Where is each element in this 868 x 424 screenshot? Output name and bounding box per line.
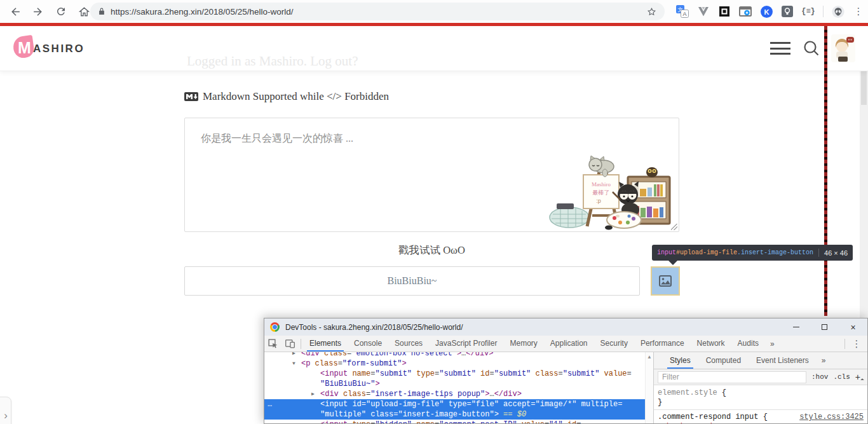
elements-tree-row[interactable]: <input name="submit" type="submit" id="s… — [264, 369, 653, 379]
elements-tree-row[interactable]: ▼<p class="form-submit"> — [264, 359, 653, 369]
code-token: "upload-img-file" — [366, 400, 444, 409]
devtools-tab-application[interactable]: Application — [544, 336, 594, 352]
styles-filter-input[interactable] — [658, 371, 806, 383]
tabbar-separator — [301, 339, 301, 349]
submit-comment-button[interactable]: BiuBiuBiu~ — [184, 266, 640, 296]
comment-textarea[interactable]: 你是我一生只会遇见一次的惊喜 ... Mashiro 最棒了 :p — [184, 118, 679, 232]
elements-tree-row[interactable]: ▶<div class="emotion-box no-select">…</d… — [264, 352, 653, 359]
code-token: id — [348, 400, 362, 409]
devtools-tab-network[interactable]: Network — [691, 336, 731, 352]
page-scrollbar[interactable] — [824, 26, 827, 316]
devtools-window: DevTools - sakura.2heng.xin/2018/05/25/h… — [264, 318, 868, 424]
minimize-icon — [793, 327, 799, 327]
elements-tree-row[interactable]: …<input id="upload-img-file" type="file"… — [264, 399, 653, 409]
qr-square-extension-icon[interactable] — [718, 5, 731, 18]
code-token: > — [402, 359, 406, 368]
sidebar-expand-toggle[interactable]: › — [0, 397, 11, 424]
code-token: class — [320, 352, 347, 358]
pseudo-state-toggle[interactable]: :hov — [811, 373, 828, 381]
code-token: class — [310, 359, 337, 368]
svg-text:K: K — [764, 8, 769, 15]
code-token: "comment_post_ID" — [439, 420, 517, 423]
elements-tree: ▶<div class="emotion-box no-select">…</d… — [264, 352, 653, 423]
address-bar[interactable]: https://sakura.2heng.xin/2018/05/25/hell… — [90, 3, 665, 20]
code-token: type — [348, 420, 370, 423]
devtools-tab-security[interactable]: Security — [594, 336, 634, 352]
upload-image-button[interactable] — [651, 266, 680, 296]
site-header: M ASHIRO — [0, 26, 868, 71]
code-token: > — [457, 352, 461, 358]
minimize-button[interactable] — [782, 318, 810, 336]
user-avatar[interactable] — [831, 34, 855, 62]
search-icon[interactable] — [801, 38, 822, 59]
devtools-menu-icon[interactable]: ⋮ — [851, 338, 862, 350]
url-text[interactable]: https://sakura.2heng.xin/2018/05/25/hell… — [111, 7, 646, 17]
textarea-resize-handle[interactable] — [671, 224, 677, 230]
k-extension-icon[interactable]: K — [760, 5, 773, 18]
emotion-toggle-text[interactable]: 戳我试试 OωO — [184, 243, 679, 257]
screenshot-extension-icon[interactable] — [739, 5, 752, 18]
menu-hamburger-icon[interactable] — [770, 40, 790, 57]
devtools-tab-console[interactable]: Console — [348, 336, 388, 352]
braces-extension-icon[interactable]: {≡} — [802, 5, 815, 18]
devtools-tab-performance[interactable]: Performance — [634, 336, 691, 352]
code-token: id — [563, 420, 577, 423]
back-icon[interactable] — [5, 1, 25, 22]
elements-tree-row[interactable]: <input type="hidden" name="comment_post_… — [264, 420, 653, 423]
browser-menu-icon[interactable]: ⋮ — [853, 6, 864, 17]
logged-in-status[interactable]: Logged in as Mashiro. Log out? — [187, 53, 358, 69]
new-style-rule-button[interactable]: + — [855, 372, 864, 382]
devtools-tab-memory[interactable]: Memory — [503, 336, 543, 352]
devtools-tab-sources[interactable]: Sources — [388, 336, 429, 352]
code-token: "hidden" — [375, 420, 412, 423]
tooltip-tag-name: input — [657, 249, 676, 256]
forward-icon[interactable] — [28, 1, 48, 22]
code-token: name — [348, 369, 370, 378]
device-toolbar-icon[interactable] — [281, 336, 299, 352]
row-ellipsis-icon[interactable]: … — [268, 399, 273, 409]
devtools-tab-javascript-profiler[interactable]: JavaScript Profiler — [429, 336, 503, 352]
code-token: <input — [320, 369, 348, 378]
close-button[interactable]: × — [839, 318, 867, 336]
comment-respond-rule[interactable]: .comment-respond input { style.css:3425 — [654, 409, 867, 422]
sidebar-tab-computed[interactable]: Computed — [698, 352, 749, 369]
disclosure-arrow-icon[interactable]: ▶ — [292, 352, 295, 359]
lightbulb-extension-icon[interactable] — [781, 5, 794, 18]
element-classes-toggle[interactable]: .cls — [833, 373, 850, 381]
reload-icon[interactable] — [51, 1, 71, 22]
elements-scrollbar[interactable]: ▲ — [645, 352, 653, 423]
code-token: <input — [320, 420, 348, 423]
code-token: value — [599, 369, 627, 378]
devtools-tab-elements[interactable]: Elements — [303, 336, 348, 352]
scroll-up-icon[interactable]: ▲ — [648, 354, 651, 360]
disclosure-arrow-icon[interactable]: ▼ — [292, 359, 295, 369]
devtools-tab-audits[interactable]: Audits — [731, 336, 765, 352]
sidebar-tab-styles[interactable]: Styles — [662, 352, 698, 369]
element-style-rule[interactable]: element.style { } — [654, 385, 867, 407]
site-logo[interactable]: M ASHIRO — [13, 35, 102, 63]
vue-devtools-extension-icon[interactable] — [697, 5, 710, 18]
stylesheet-link[interactable]: style.css:3425 — [799, 413, 864, 422]
elements-tree-row[interactable]: ▶<div class="insert-image-tips popup">…<… — [264, 389, 653, 399]
elements-tree-row[interactable]: "BiuBiuBiu~"> — [264, 379, 653, 389]
browser-profile-avatar[interactable] — [832, 5, 844, 18]
bookmark-star-icon[interactable] — [646, 6, 657, 17]
sidebar-tab-event-listeners[interactable]: Event Listeners — [749, 352, 817, 369]
code-token: "submit" — [563, 369, 600, 378]
code-token: "emotion-box no-select" — [351, 352, 457, 358]
disclosure-arrow-icon[interactable]: ▶ — [311, 389, 315, 399]
devtools-titlebar[interactable]: DevTools - sakura.2heng.xin/2018/05/25/h… — [264, 318, 867, 336]
site-accent-bar — [0, 23, 868, 26]
inspect-element-icon[interactable] — [264, 336, 281, 352]
code-token: == $0 — [499, 410, 526, 419]
code-token: accept — [499, 400, 531, 409]
sidebar-tab-overflow-chevron[interactable]: » — [817, 356, 831, 365]
maximize-button[interactable] — [810, 318, 839, 336]
tab-overflow-chevron[interactable]: » — [765, 339, 780, 348]
code-token: "submit" — [439, 369, 476, 378]
elements-tree-row[interactable]: "multiple" class="insert-image-button"> … — [264, 409, 653, 420]
tooltip-element-id: #upload-img-file — [676, 249, 737, 256]
translate-extension-icon[interactable]: 文A — [676, 5, 689, 18]
code-token: </div> — [494, 390, 522, 399]
code-token: "insert-image-button" — [398, 410, 494, 419]
